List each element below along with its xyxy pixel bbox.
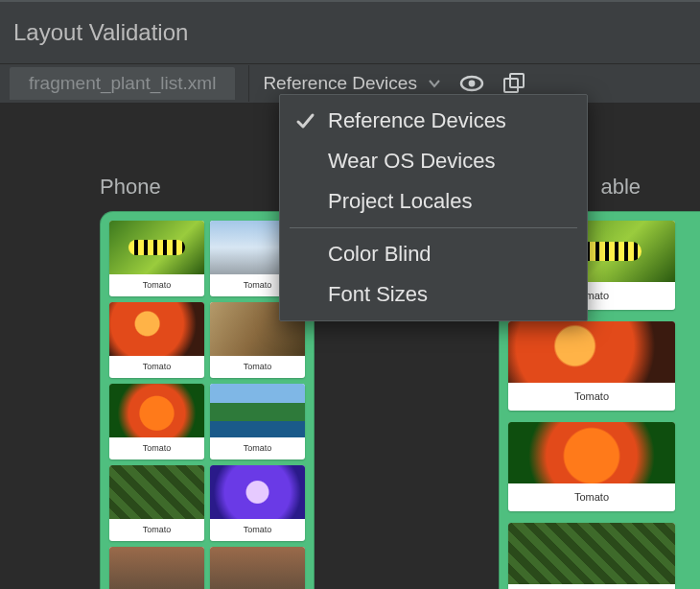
menu-item-label: Color Blind bbox=[328, 242, 432, 267]
menu-item-reference-devices[interactable]: Reference Devices bbox=[280, 101, 587, 141]
item-image bbox=[109, 302, 204, 356]
menu-item-project-locales[interactable]: ✓ Project Locales bbox=[280, 181, 587, 222]
item-image bbox=[109, 547, 204, 589]
svg-point-1 bbox=[469, 81, 476, 87]
list-item: Tomato bbox=[210, 465, 305, 541]
menu-item-label: Wear OS Devices bbox=[328, 149, 495, 174]
item-image bbox=[109, 384, 204, 437]
item-image bbox=[210, 465, 305, 519]
item-image bbox=[210, 384, 305, 437]
item-image bbox=[508, 321, 675, 383]
menu-item-font-sizes[interactable]: ✓ Font Sizes bbox=[280, 274, 587, 315]
item-caption: Tomato bbox=[210, 437, 305, 459]
check-icon bbox=[293, 110, 316, 131]
list-item: Tomato bbox=[109, 465, 204, 541]
list-item: Tomato bbox=[109, 221, 204, 296]
item-image bbox=[508, 422, 675, 483]
item-image bbox=[210, 547, 305, 589]
item-caption: Tomato bbox=[210, 356, 305, 378]
list-item: Tomato bbox=[109, 547, 204, 589]
device-label-phone: Phone bbox=[100, 175, 161, 200]
device-config-dropdown-label: Reference Devices bbox=[263, 73, 417, 94]
menu-item-label: Project Locales bbox=[328, 189, 472, 214]
menu-separator bbox=[290, 227, 577, 228]
menu-item-label: Reference Devices bbox=[328, 108, 506, 133]
eye-icon[interactable] bbox=[459, 74, 484, 93]
app-grid: Tomato Tomato Tomato Tomato Tomato Tomat… bbox=[109, 221, 305, 589]
panel-title: Layout Validation bbox=[0, 2, 700, 63]
device-config-dropdown[interactable]: Reference Devices bbox=[263, 73, 442, 94]
item-caption: Tomato bbox=[109, 356, 204, 378]
item-caption: Tomato bbox=[508, 383, 675, 411]
layout-validation-panel: Layout Validation fragment_plant_list.xm… bbox=[0, 0, 700, 589]
menu-item-label: Font Sizes bbox=[328, 282, 428, 307]
toolbar-divider bbox=[248, 65, 249, 102]
item-caption: Tomato bbox=[210, 519, 305, 541]
device-config-menu: Reference Devices ✓ Wear OS Devices ✓ Pr… bbox=[279, 94, 588, 321]
list-item: Tomato bbox=[508, 523, 675, 589]
item-caption: Tomato bbox=[508, 584, 675, 589]
stack-icon[interactable] bbox=[503, 73, 526, 94]
item-caption: Tomato bbox=[109, 274, 204, 296]
list-item: Tomato bbox=[508, 321, 675, 411]
list-item: Tomato bbox=[210, 384, 305, 459]
item-image bbox=[508, 523, 675, 584]
list-item: Tomato bbox=[508, 422, 675, 511]
list-item: Tomato bbox=[109, 384, 204, 459]
item-caption: Tomato bbox=[109, 519, 204, 541]
list-item: Tomato bbox=[210, 547, 305, 589]
chevron-down-icon bbox=[427, 76, 442, 91]
menu-item-color-blind[interactable]: ✓ Color Blind bbox=[280, 234, 587, 274]
menu-item-wear-os-devices[interactable]: ✓ Wear OS Devices bbox=[280, 141, 587, 181]
item-image bbox=[109, 465, 204, 519]
item-image bbox=[109, 221, 204, 274]
item-caption: Tomato bbox=[508, 483, 675, 511]
toolbar-icons bbox=[459, 73, 526, 94]
device-label-right: able bbox=[600, 175, 641, 200]
item-caption: Tomato bbox=[109, 437, 204, 459]
list-item: Tomato bbox=[109, 302, 204, 378]
file-tab[interactable]: fragment_plant_list.xml bbox=[10, 67, 235, 100]
